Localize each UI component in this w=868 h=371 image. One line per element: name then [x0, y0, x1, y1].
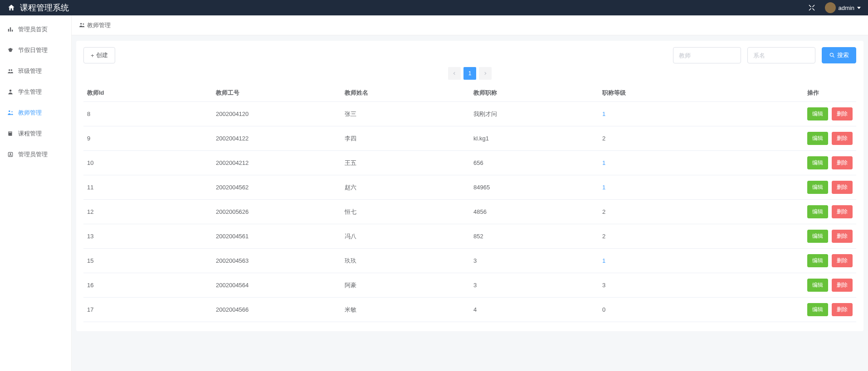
delete-button[interactable]: 删除: [832, 205, 853, 218]
page-1[interactable]: 1: [463, 67, 476, 80]
page-prev[interactable]: [448, 67, 461, 80]
group-icon: [7, 68, 15, 74]
cell-name: 李四: [341, 126, 470, 151]
sidebar-item-user[interactable]: 学生管理: [0, 82, 71, 102]
cell-num: 2002005626: [212, 200, 341, 224]
cell-num: 2002004120: [212, 102, 341, 126]
chart-bar-icon: [7, 26, 15, 33]
edit-button[interactable]: 编辑: [807, 230, 828, 243]
chevron-down-icon: [857, 7, 861, 9]
svg-point-13: [830, 53, 833, 56]
edit-button[interactable]: 编辑: [807, 181, 828, 194]
sidebar-item-book[interactable]: 课程管理: [0, 123, 71, 144]
create-button[interactable]: + 创建: [83, 47, 115, 63]
sidebar-item-group[interactable]: 班级管理: [0, 61, 71, 82]
user-menu[interactable]: admin: [825, 2, 861, 13]
sidebar-item-label: 管理员管理: [18, 150, 48, 159]
cell-num: 2002004122: [212, 126, 341, 151]
delete-button[interactable]: 删除: [832, 156, 853, 169]
sidebar-item-label: 教师管理: [18, 109, 42, 117]
cell-title: 我刚才问: [470, 102, 599, 126]
cell-level: 0: [599, 298, 770, 322]
svg-point-10: [10, 154, 11, 154]
search-button[interactable]: 搜索: [822, 47, 856, 63]
cell-num: 2002004562: [212, 175, 341, 200]
plus-icon: +: [91, 52, 94, 59]
cell-level: 2: [599, 126, 770, 151]
cell-id: 17: [83, 298, 212, 322]
search-teacher-input[interactable]: [673, 47, 741, 63]
admin-icon: [7, 151, 15, 158]
topbar: 课程管理系统 admin: [0, 0, 868, 15]
sidebar-item-label: 管理员首页: [18, 25, 48, 34]
cell-name: 米敏: [341, 298, 470, 322]
delete-button[interactable]: 删除: [832, 132, 853, 145]
svg-rect-1: [10, 27, 11, 31]
teacher-table: 教师Id 教师工号 教师姓名 教师职称 职称等级 操作 82002004120张…: [83, 84, 856, 322]
home-icon[interactable]: [7, 4, 15, 12]
cell-name: 王五: [341, 151, 470, 175]
search-icon: [829, 52, 835, 58]
sidebar-item-chart-bar[interactable]: 管理员首页: [0, 19, 71, 40]
delete-button[interactable]: 删除: [832, 254, 853, 267]
edit-button[interactable]: 编辑: [807, 156, 828, 169]
search-dept-input[interactable]: [747, 47, 815, 63]
cell-name: 冯八: [341, 224, 470, 249]
cell-id: 16: [83, 273, 212, 298]
table-row: 122002005626恒七48562编辑删除: [83, 200, 856, 224]
sidebar-item-teacher[interactable]: 教师管理: [0, 102, 71, 123]
cell-name: 恒七: [341, 200, 470, 224]
sidebar-item-label: 课程管理: [18, 130, 42, 138]
cell-id: 9: [83, 126, 212, 151]
col-num: 教师工号: [212, 84, 341, 102]
edit-button[interactable]: 编辑: [807, 254, 828, 267]
cell-num: 2002004212: [212, 151, 341, 175]
cell-name: 玖玖: [341, 249, 470, 273]
app-title: 课程管理系统: [20, 2, 69, 13]
edit-button[interactable]: 编辑: [807, 303, 828, 316]
delete-button[interactable]: 删除: [832, 230, 853, 243]
cell-title: 4: [470, 298, 599, 322]
svg-point-7: [11, 111, 12, 112]
page-next[interactable]: [479, 67, 492, 80]
delete-button[interactable]: 删除: [832, 303, 853, 316]
panel: + 创建 搜索 1: [76, 41, 863, 331]
cell-num: 2002004564: [212, 273, 341, 298]
sidebar-item-label: 节假日管理: [18, 46, 48, 54]
cell-num: 2002004563: [212, 249, 341, 273]
edit-button[interactable]: 编辑: [807, 107, 828, 120]
cell-level[interactable]: 1: [599, 249, 770, 273]
pagination: 1: [83, 67, 856, 80]
edit-button[interactable]: 编辑: [807, 279, 828, 292]
delete-button[interactable]: 删除: [832, 279, 853, 292]
cell-id: 12: [83, 200, 212, 224]
cell-id: 11: [83, 175, 212, 200]
sidebar-item-label: 学生管理: [18, 88, 42, 96]
cell-title: 3: [470, 273, 599, 298]
table-row: 102002004212王五6561编辑删除: [83, 151, 856, 175]
col-level: 职称等级: [599, 84, 770, 102]
fullscreen-icon[interactable]: [808, 4, 816, 12]
user-icon: [79, 22, 85, 29]
sidebar: 管理员首页节假日管理班级管理学生管理教师管理课程管理管理员管理: [0, 15, 72, 371]
cell-level[interactable]: 1: [599, 175, 770, 200]
sidebar-item-graduation[interactable]: 节假日管理: [0, 40, 71, 61]
cell-id: 13: [83, 224, 212, 249]
edit-button[interactable]: 编辑: [807, 132, 828, 145]
edit-button[interactable]: 编辑: [807, 205, 828, 218]
svg-point-5: [10, 90, 12, 92]
col-id: 教师Id: [83, 84, 212, 102]
breadcrumb-label: 教师管理: [87, 21, 111, 29]
username: admin: [839, 5, 854, 11]
cell-level[interactable]: 1: [599, 151, 770, 175]
cell-name: 阿豪: [341, 273, 470, 298]
svg-point-12: [83, 23, 84, 24]
svg-rect-0: [8, 29, 9, 32]
cell-title: kl.kg1: [470, 126, 599, 151]
cell-level[interactable]: 1: [599, 102, 770, 126]
cell-num: 2002004566: [212, 298, 341, 322]
cell-id: 8: [83, 102, 212, 126]
delete-button[interactable]: 删除: [832, 107, 853, 120]
sidebar-item-admin[interactable]: 管理员管理: [0, 144, 71, 165]
delete-button[interactable]: 删除: [832, 181, 853, 194]
